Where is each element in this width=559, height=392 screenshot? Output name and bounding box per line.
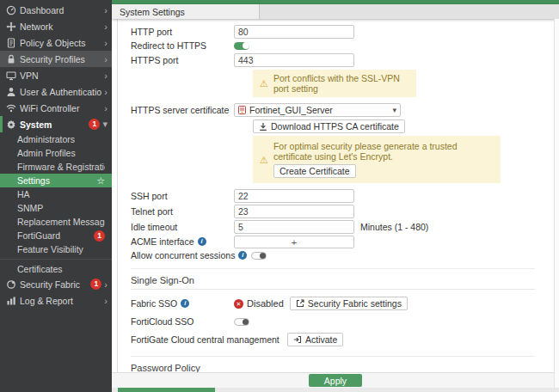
sidebar-subitem-replacement-messages[interactable]: Replacement Messages <box>0 215 112 229</box>
fortiguard-alert-badge: 1 <box>94 230 105 242</box>
sidebar-item-network[interactable]: Network › <box>0 18 112 34</box>
password-policy-section-title: Password Policy <box>131 363 535 372</box>
create-certificate-label: Create Certificate <box>280 166 350 176</box>
https-cert-label: HTTPS server certificate <box>131 105 234 115</box>
redirect-https-toggle[interactable] <box>234 42 249 50</box>
http-port-input[interactable] <box>234 25 354 39</box>
fortigate-cloud-row: FortiGate Cloud central management Activ… <box>131 332 554 347</box>
sidebar-subitem-snmp[interactable]: SNMP <box>0 201 112 215</box>
horizontal-scrollbar[interactable] <box>112 388 559 392</box>
http-port-row: HTTP port <box>131 24 554 39</box>
footer-bar: Apply <box>112 372 559 388</box>
sidebar-item-vpn[interactable]: VPN › <box>0 67 112 83</box>
fabric-sso-status: ✕ Disabled <box>234 298 284 309</box>
network-icon <box>5 21 16 32</box>
https-port-input[interactable] <box>234 53 354 67</box>
sign-in-icon <box>293 335 302 344</box>
sidebar-item-system[interactable]: System 1 ▾ <box>0 116 112 132</box>
sidebar-subitem-settings[interactable]: Settings ☆ <box>0 174 112 187</box>
sso-section: Single Sign-On <box>131 268 535 290</box>
policy-objects-icon <box>5 38 16 48</box>
https-cert-value: Fortinet_GUI_Server <box>249 105 392 115</box>
security-fabric-icon <box>5 279 16 290</box>
chevron-right-icon: › <box>104 296 108 306</box>
https-cert-select[interactable]: Fortinet_GUI_Server ▾ <box>234 103 401 117</box>
forticloud-sso-toggle[interactable] <box>234 318 249 326</box>
port-conflict-warning-text: Port conflicts with the SSL-VPN port set… <box>273 73 409 94</box>
telnet-port-row: Telnet port <box>131 204 554 218</box>
https-port-row: HTTPS port <box>131 52 554 67</box>
password-policy-section: Password Policy <box>131 356 535 372</box>
chevron-right-icon: › <box>104 87 108 97</box>
gear-icon <box>5 119 16 130</box>
star-icon[interactable]: ☆ <box>96 175 105 187</box>
fabric-sso-row: Fabric SSO i ✕ Disabled Security Fabric … <box>131 296 554 311</box>
sidebar-item-label: Network <box>20 21 101 32</box>
warning-icon: ⚠ <box>260 78 268 89</box>
sidebar-item-log-report[interactable]: Log & Report › <box>0 292 112 309</box>
forticloud-sso-label: FortiCloud SSO <box>131 316 234 327</box>
apply-button[interactable]: Apply <box>309 374 362 387</box>
sidebar-item-user-authentication[interactable]: User & Authentication › <box>0 83 112 100</box>
ssh-port-input[interactable] <box>234 189 354 203</box>
fortigate-app: Dashboard › Network › Policy & Objects ›… <box>0 0 559 392</box>
activate-label: Activate <box>305 334 337 345</box>
ssh-port-label: SSH port <box>131 191 234 201</box>
sidebar-item-wifi-controller[interactable]: WiFi Controller › <box>0 100 112 116</box>
acme-interface-add-button[interactable]: + <box>234 236 354 248</box>
activate-button[interactable]: Activate <box>287 333 343 346</box>
security-fabric-settings-button[interactable]: Security Fabric settings <box>290 297 408 310</box>
sidebar-item-label: Policy & Objects <box>20 38 101 48</box>
fabric-sso-status-text: Disabled <box>247 298 284 309</box>
redirect-https-label: Redirect to HTTPS <box>131 40 234 51</box>
sidebar-subitem-administrators[interactable]: Administrators <box>0 132 112 146</box>
sidebar: Dashboard › Network › Policy & Objects ›… <box>0 0 112 392</box>
fabric-sso-label: Fabric SSO i <box>131 298 234 309</box>
sidebar-subitem-admin-profiles[interactable]: Admin Profiles <box>0 146 112 160</box>
concurrent-sessions-row: Allow concurrent sessions i <box>131 249 554 261</box>
idle-timeout-input[interactable] <box>234 220 354 234</box>
sidebar-subitem-ha[interactable]: HA <box>0 187 112 201</box>
tab-bar: System Settings <box>112 4 559 19</box>
horizontal-scrollbar-thumb[interactable] <box>118 388 215 392</box>
create-certificate-button[interactable]: Create Certificate <box>273 164 356 178</box>
info-icon[interactable]: i <box>238 251 247 260</box>
port-conflict-warning: ⚠ Port conflicts with the SSL-VPN port s… <box>253 70 416 97</box>
sidebar-subitem-certificates[interactable]: Certificates <box>0 262 112 276</box>
sidebar-item-label: Log & Report <box>20 296 101 306</box>
concurrent-sessions-toggle[interactable] <box>251 252 267 260</box>
main-area: System Settings HTTP port Redirect to HT… <box>112 0 559 392</box>
sidebar-subitem-fortiguard[interactable]: FortiGuard 1 <box>0 229 112 242</box>
settings-form: HTTP port Redirect to HTTPS HTTPS port ⚠… <box>112 19 554 372</box>
chevron-right-icon: › <box>104 5 108 15</box>
redirect-https-row: Redirect to HTTPS <box>131 40 554 52</box>
http-port-label: HTTP port <box>131 27 234 37</box>
acme-interface-row: ACME interface i + <box>131 235 554 248</box>
acme-interface-label: ACME interface i <box>131 236 234 247</box>
sidebar-item-policy-objects[interactable]: Policy & Objects › <box>0 34 112 51</box>
ssh-port-row: SSH port <box>131 188 554 203</box>
external-link-icon <box>296 299 304 308</box>
sidebar-item-security-fabric[interactable]: Security Fabric 1 › <box>0 276 112 292</box>
sidebar-item-dashboard[interactable]: Dashboard › <box>0 2 112 18</box>
download-icon <box>259 122 267 132</box>
sidebar-item-label: User & Authentication <box>20 87 101 97</box>
info-icon[interactable]: i <box>181 299 189 308</box>
https-port-label: HTTPS port <box>131 55 234 65</box>
download-https-ca-button[interactable]: Download HTTPS CA certificate <box>253 119 405 133</box>
cert-security-warning: ⚠ For optimal security please generate a… <box>253 136 501 183</box>
info-icon[interactable]: i <box>198 237 206 246</box>
monitor-icon <box>5 70 16 81</box>
sidebar-item-label: System <box>20 119 86 130</box>
download-https-ca-label: Download HTTPS CA certificate <box>271 121 399 132</box>
sidebar-item-label: WiFi Controller <box>20 103 101 113</box>
sidebar-subitem-feature-visibility[interactable]: Feature Visibility <box>0 242 112 256</box>
chevron-right-icon: › <box>104 38 108 48</box>
telnet-port-input[interactable] <box>234 205 354 218</box>
vertical-scrollbar[interactable] <box>554 19 559 388</box>
idle-timeout-label: Idle timeout <box>131 222 234 232</box>
forticloud-sso-row: FortiCloud SSO <box>131 315 554 328</box>
sidebar-item-security-profiles[interactable]: Security Profiles › <box>0 51 112 67</box>
sidebar-subitem-firmware-registration[interactable]: Firmware & Registration <box>0 160 112 174</box>
tab-system-settings[interactable]: System Settings <box>112 4 260 19</box>
